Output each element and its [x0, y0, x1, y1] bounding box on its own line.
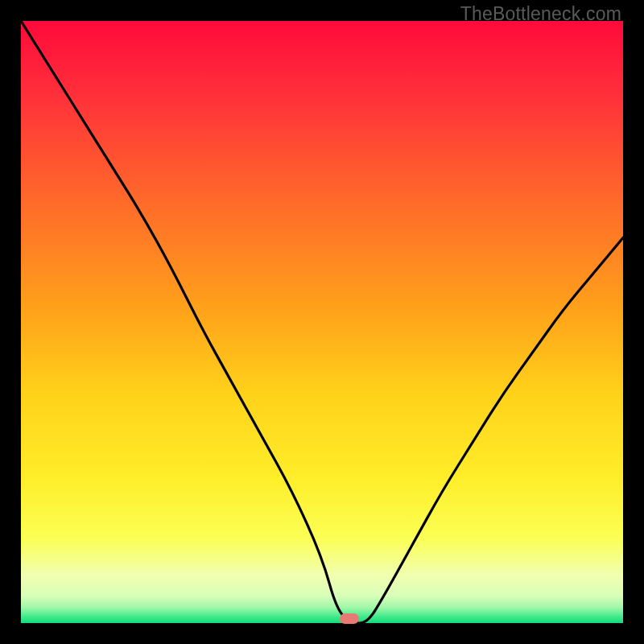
watermark-text: TheBottleneck.com — [460, 3, 621, 25]
bottleneck-curve — [21, 21, 623, 623]
chart-container: TheBottleneck.com — [0, 0, 644, 644]
optimum-marker — [340, 613, 359, 624]
plot-area — [21, 21, 623, 623]
